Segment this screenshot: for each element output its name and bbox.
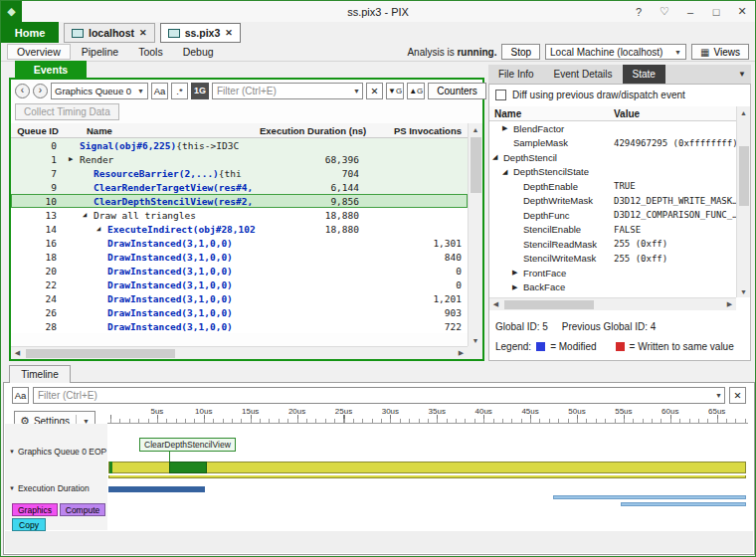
event-row[interactable]: 24DrawInstanced(3,1,0,0)1,201	[11, 291, 468, 305]
home-tab[interactable]: Home	[1, 22, 59, 43]
event-name[interactable]: DrawInstanced(3,1,0,0)	[107, 279, 233, 290]
event-row[interactable]: 28DrawInstanced(3,1,0,0)722	[11, 319, 468, 333]
state-row[interactable]: SampleMask4294967295 (0xffffffff)	[489, 136, 736, 151]
tree-expander-icon[interactable]: ◢	[96, 225, 107, 233]
views-button[interactable]: ▦ Views	[691, 44, 749, 60]
collapse-icon[interactable]: ▼	[9, 449, 15, 455]
state-row[interactable]: StencilEnableFALSE	[489, 223, 736, 238]
tab-pipeline[interactable]: Pipeline	[73, 45, 127, 59]
machine-select[interactable]: Local Machine (localhost) ▼	[545, 44, 686, 60]
state-horizontal-scrollbar[interactable]: ◀ ▶	[489, 297, 736, 310]
close-tab-icon[interactable]: ✕	[139, 28, 147, 38]
scrollbar-thumb[interactable]	[471, 137, 481, 193]
state-row[interactable]: DepthFuncD3D12_COMPARISON_FUNC_…	[489, 208, 736, 223]
duration-bar-light-1[interactable]	[553, 495, 746, 499]
state-row[interactable]: ◢DepthStencil	[489, 150, 736, 165]
scroll-up-icon[interactable]: ▲	[740, 106, 747, 118]
eop-timeline-strip[interactable]	[108, 475, 746, 478]
match-case-button[interactable]: Aa	[12, 387, 29, 404]
event-row[interactable]: 7ResourceBarrier(2,...) {thi704	[11, 166, 468, 180]
event-row[interactable]: 1▶Render68,396	[11, 152, 468, 166]
tab-ss-pix3[interactable]: ss.pix3 ✕	[160, 23, 241, 43]
timeline-filter-input[interactable]	[33, 387, 725, 404]
state-row[interactable]: DepthWriteMaskD3D12_DEPTH_WRITE_MASK…	[489, 194, 736, 209]
column-ps-invocations[interactable]: PS Invocations	[365, 125, 468, 136]
feedback-icon[interactable]: ♡	[652, 1, 677, 22]
column-name[interactable]: Name	[489, 108, 609, 119]
close-button[interactable]: ✕	[729, 1, 755, 22]
event-name[interactable]: DrawInstanced(3,1,0,0)	[107, 293, 233, 304]
lane-execution-duration[interactable]: ▼ Execution Duration	[9, 483, 90, 493]
regex-button[interactable]: .*	[171, 83, 188, 99]
event-row[interactable]: 26DrawInstanced(3,1,0,0)903	[11, 305, 468, 319]
back-button[interactable]: ‹	[15, 84, 30, 98]
chevron-down-icon[interactable]: ▼	[715, 392, 722, 399]
tree-expander-icon[interactable]: ▶	[512, 269, 523, 277]
stop-button[interactable]: Stop	[501, 44, 540, 60]
scroll-down-icon[interactable]: ▼	[469, 334, 482, 346]
state-row[interactable]: ▶BackFace	[489, 280, 736, 295]
event-row[interactable]: 9ClearRenderTargetView(res#4,6,144	[11, 180, 468, 194]
event-name[interactable]: DrawInstanced(3,1,0,0)	[107, 252, 233, 263]
tree-expander-icon[interactable]: ▶	[502, 124, 513, 132]
scroll-left-icon[interactable]: ◀	[11, 347, 24, 359]
tree-expander-icon[interactable]: ◢	[492, 153, 503, 161]
column-value[interactable]: Value	[609, 108, 736, 119]
tab-file-info[interactable]: File Info	[488, 65, 544, 84]
tab-localhost[interactable]: localhost ✕	[64, 23, 155, 43]
tree-expander-icon[interactable]: ◢	[502, 168, 513, 176]
events-vertical-scrollbar[interactable]: ▲ ▼	[468, 123, 482, 346]
tab-overview[interactable]: Overview	[7, 44, 71, 60]
scrollbar-thumb[interactable]	[504, 300, 594, 309]
column-name[interactable]: Name	[65, 125, 260, 136]
duration-bar-light-2[interactable]	[621, 502, 746, 506]
scroll-right-icon[interactable]: ▶	[723, 298, 736, 310]
event-row[interactable]: 20DrawInstanced(3,1,0,0)0	[11, 264, 468, 278]
help-icon[interactable]: ?	[626, 1, 652, 22]
scroll-down-icon[interactable]: ▼	[740, 285, 747, 297]
tree-expander-icon[interactable]: ◢	[83, 211, 94, 219]
event-row[interactable]: 14◢ExecuteIndirect(obj#28,10218,880	[11, 222, 468, 236]
next-match-button[interactable]: ▲G	[407, 83, 425, 99]
event-row[interactable]: 0Signal(obj#6,225) {this->ID3C	[11, 138, 468, 152]
maximize-button[interactable]: □	[703, 1, 729, 22]
collect-timing-button[interactable]: Collect Timing Data	[15, 103, 119, 120]
column-execution-duration[interactable]: Execution Duration (ns)	[260, 125, 365, 136]
events-panel-header[interactable]: Events	[15, 61, 87, 79]
tab-event-details[interactable]: Event Details	[544, 65, 623, 84]
timeline-tab[interactable]: Timeline	[9, 365, 71, 383]
event-name[interactable]: DrawInstanced(3,1,0,0)	[107, 307, 233, 318]
scroll-right-icon[interactable]: ▶	[455, 347, 468, 359]
scroll-left-icon[interactable]: ◀	[489, 298, 502, 310]
forward-button[interactable]: ›	[33, 84, 48, 98]
state-row[interactable]: StencilReadMask255 (0xff)	[489, 237, 736, 252]
queue-select[interactable]: Graphics Queue 0 ▼	[51, 83, 148, 99]
event-name[interactable]: DrawInstanced(3,1,0,0)	[107, 238, 233, 249]
event-name[interactable]: ExecuteIndirect(obj#28,102	[107, 224, 256, 235]
event-name[interactable]: DrawInstanced(3,1,0,0)	[107, 321, 233, 332]
selected-event-segment[interactable]	[169, 462, 207, 473]
minimize-button[interactable]: –	[677, 1, 703, 22]
match-case-button[interactable]: Aa	[151, 83, 168, 99]
event-name[interactable]: DrawInstanced(3,1,0,0)	[107, 266, 233, 277]
event-row[interactable]: 16DrawInstanced(3,1,0,0)1,301	[11, 236, 468, 250]
event-filter-input[interactable]	[212, 83, 363, 99]
close-tab-icon[interactable]: ✕	[225, 28, 233, 38]
tab-state[interactable]: State	[623, 65, 665, 84]
column-queue-id[interactable]: Queue ID	[11, 125, 65, 136]
clear-filter-button[interactable]: ✕	[729, 387, 746, 404]
diff-checkbox[interactable]	[495, 90, 506, 100]
lane-graphics-queue-eop[interactable]: ▼ Graphics Queue 0 EOP	[9, 447, 106, 457]
timeline-ruler[interactable]: 5us10us15us20us25us30us35us40us45us50us5…	[107, 407, 748, 424]
chevron-down-icon[interactable]: ▼	[353, 88, 360, 94]
event-row[interactable]: 10ClearDepthStencilView(res#2,9,856	[11, 194, 468, 208]
duration-bar-dark[interactable]	[108, 486, 205, 492]
event-row[interactable]: 22DrawInstanced(3,1,0,0)0	[11, 278, 468, 291]
scrollbar-thumb[interactable]	[26, 349, 175, 358]
state-row[interactable]: ◢DepthStencilState	[489, 165, 736, 180]
tree-expander-icon[interactable]: ▶	[512, 283, 523, 291]
state-vertical-scrollbar[interactable]: ▲ ▼	[736, 106, 750, 297]
event-row[interactable]: 18DrawInstanced(3,1,0,0)840	[11, 250, 468, 264]
prev-match-button[interactable]: ▼G	[386, 83, 404, 99]
event-name[interactable]: ClearDepthStencilView(res#2,	[94, 196, 253, 207]
